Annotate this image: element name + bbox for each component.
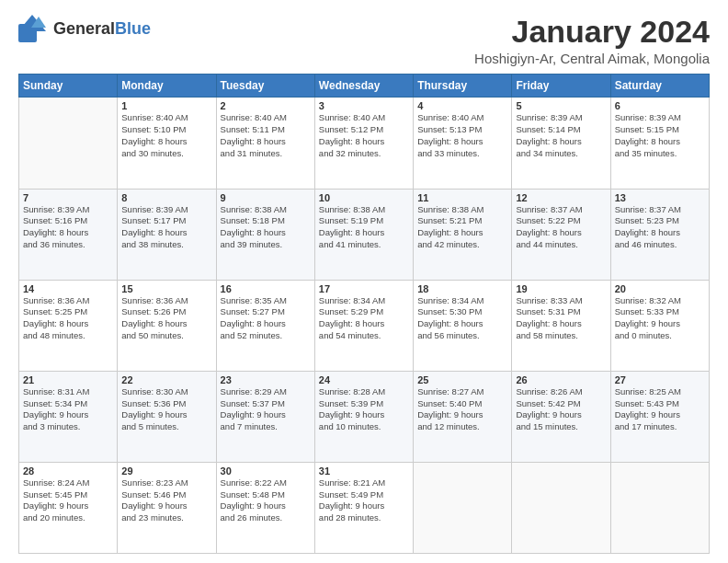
calendar-week-row: 28Sunrise: 8:24 AM Sunset: 5:45 PM Dayli… [19, 462, 710, 553]
day-number: 15 [121, 283, 211, 294]
calendar-day-cell: 17Sunrise: 8:34 AM Sunset: 5:29 PM Dayli… [314, 280, 413, 371]
logo: General Blue [18, 15, 151, 42]
calendar-day-cell: 13Sunrise: 8:37 AM Sunset: 5:23 PM Dayli… [610, 189, 709, 280]
day-number: 31 [319, 465, 409, 477]
weekday-header-cell: Friday [512, 75, 610, 98]
day-info: Sunrise: 8:38 AM Sunset: 5:19 PM Dayligh… [319, 204, 409, 251]
calendar-day-cell: 1Sunrise: 8:40 AM Sunset: 5:10 PM Daylig… [118, 98, 216, 189]
day-info: Sunrise: 8:34 AM Sunset: 5:29 PM Dayligh… [319, 295, 409, 342]
calendar-day-cell: 2Sunrise: 8:40 AM Sunset: 5:11 PM Daylig… [216, 98, 314, 189]
day-number: 24 [319, 374, 409, 385]
day-number: 28 [23, 465, 113, 477]
calendar-day-cell: 21Sunrise: 8:31 AM Sunset: 5:34 PM Dayli… [19, 371, 118, 462]
day-number: 17 [319, 283, 409, 294]
day-info: Sunrise: 8:37 AM Sunset: 5:23 PM Dayligh… [615, 204, 705, 251]
day-number: 19 [516, 283, 606, 294]
calendar-day-cell: 31Sunrise: 8:21 AM Sunset: 5:49 PM Dayli… [314, 462, 413, 553]
day-info: Sunrise: 8:31 AM Sunset: 5:34 PM Dayligh… [23, 386, 113, 433]
day-info: Sunrise: 8:35 AM Sunset: 5:27 PM Dayligh… [221, 295, 311, 342]
day-info: Sunrise: 8:40 AM Sunset: 5:13 PM Dayligh… [417, 112, 507, 159]
calendar-day-cell: 30Sunrise: 8:22 AM Sunset: 5:48 PM Dayli… [216, 462, 314, 553]
calendar-day-cell: 16Sunrise: 8:35 AM Sunset: 5:27 PM Dayli… [216, 280, 314, 371]
day-number: 11 [417, 192, 507, 203]
calendar-day-cell: 5Sunrise: 8:39 AM Sunset: 5:14 PM Daylig… [512, 98, 610, 189]
calendar-day-cell: 10Sunrise: 8:38 AM Sunset: 5:19 PM Dayli… [314, 189, 413, 280]
day-number: 14 [23, 283, 113, 294]
day-number: 12 [516, 192, 606, 203]
day-number: 30 [221, 465, 311, 477]
calendar-day-cell [512, 462, 610, 553]
calendar-subtitle: Hoshigiyn-Ar, Central Aimak, Mongolia [474, 51, 710, 66]
calendar-day-cell: 6Sunrise: 8:39 AM Sunset: 5:15 PM Daylig… [610, 98, 709, 189]
calendar-day-cell: 25Sunrise: 8:27 AM Sunset: 5:40 PM Dayli… [414, 371, 512, 462]
day-number: 26 [516, 374, 606, 385]
day-number: 6 [615, 100, 705, 111]
day-number: 23 [221, 374, 311, 385]
day-info: Sunrise: 8:36 AM Sunset: 5:25 PM Dayligh… [23, 295, 113, 342]
day-info: Sunrise: 8:40 AM Sunset: 5:12 PM Dayligh… [319, 112, 409, 159]
day-number: 5 [516, 100, 606, 111]
day-number: 27 [615, 374, 705, 385]
day-number: 7 [23, 192, 113, 203]
calendar-day-cell: 7Sunrise: 8:39 AM Sunset: 5:16 PM Daylig… [19, 189, 118, 280]
day-info: Sunrise: 8:40 AM Sunset: 5:11 PM Dayligh… [221, 112, 311, 159]
calendar-day-cell: 28Sunrise: 8:24 AM Sunset: 5:45 PM Dayli… [19, 462, 118, 553]
calendar-day-cell: 8Sunrise: 8:39 AM Sunset: 5:17 PM Daylig… [118, 189, 216, 280]
day-info: Sunrise: 8:38 AM Sunset: 5:18 PM Dayligh… [221, 204, 311, 251]
day-number: 18 [417, 283, 507, 294]
day-info: Sunrise: 8:24 AM Sunset: 5:45 PM Dayligh… [23, 477, 113, 524]
logo-area: General Blue [18, 15, 151, 42]
day-info: Sunrise: 8:23 AM Sunset: 5:46 PM Dayligh… [121, 477, 211, 524]
day-info: Sunrise: 8:39 AM Sunset: 5:16 PM Dayligh… [23, 204, 113, 251]
weekday-header-cell: Monday [118, 75, 216, 98]
day-info: Sunrise: 8:33 AM Sunset: 5:31 PM Dayligh… [516, 295, 606, 342]
calendar-day-cell: 19Sunrise: 8:33 AM Sunset: 5:31 PM Dayli… [512, 280, 610, 371]
weekday-header: SundayMondayTuesdayWednesdayThursdayFrid… [19, 75, 710, 98]
calendar-page: General Blue January 2024 Hoshigiyn-Ar, … [0, 0, 728, 563]
day-info: Sunrise: 8:21 AM Sunset: 5:49 PM Dayligh… [319, 477, 409, 524]
day-info: Sunrise: 8:39 AM Sunset: 5:15 PM Dayligh… [615, 112, 705, 159]
day-info: Sunrise: 8:32 AM Sunset: 5:33 PM Dayligh… [615, 295, 705, 342]
calendar-day-cell: 3Sunrise: 8:40 AM Sunset: 5:12 PM Daylig… [314, 98, 413, 189]
calendar-day-cell: 20Sunrise: 8:32 AM Sunset: 5:33 PM Dayli… [610, 280, 709, 371]
title-area: January 2024 Hoshigiyn-Ar, Central Aimak… [474, 15, 710, 66]
day-number: 29 [121, 465, 211, 477]
day-info: Sunrise: 8:39 AM Sunset: 5:14 PM Dayligh… [516, 112, 606, 159]
day-number: 20 [615, 283, 705, 294]
day-info: Sunrise: 8:26 AM Sunset: 5:42 PM Dayligh… [516, 386, 606, 433]
weekday-header-cell: Thursday [414, 75, 512, 98]
day-number: 10 [319, 192, 409, 203]
day-info: Sunrise: 8:25 AM Sunset: 5:43 PM Dayligh… [615, 386, 705, 433]
calendar-day-cell: 22Sunrise: 8:30 AM Sunset: 5:36 PM Dayli… [118, 371, 216, 462]
logo-icon [18, 15, 46, 42]
day-info: Sunrise: 8:37 AM Sunset: 5:22 PM Dayligh… [516, 204, 606, 251]
calendar-week-row: 1Sunrise: 8:40 AM Sunset: 5:10 PM Daylig… [19, 98, 710, 189]
day-number: 25 [417, 374, 507, 385]
day-number: 3 [319, 100, 409, 111]
calendar-day-cell [414, 462, 512, 553]
day-number: 22 [121, 374, 211, 385]
day-number: 8 [121, 192, 211, 203]
day-info: Sunrise: 8:28 AM Sunset: 5:39 PM Dayligh… [319, 386, 409, 433]
day-info: Sunrise: 8:34 AM Sunset: 5:30 PM Dayligh… [417, 295, 507, 342]
day-number: 9 [221, 192, 311, 203]
calendar-day-cell: 18Sunrise: 8:34 AM Sunset: 5:30 PM Dayli… [414, 280, 512, 371]
calendar-week-row: 21Sunrise: 8:31 AM Sunset: 5:34 PM Dayli… [19, 371, 710, 462]
day-number: 13 [615, 192, 705, 203]
day-info: Sunrise: 8:40 AM Sunset: 5:10 PM Dayligh… [121, 112, 211, 159]
calendar-day-cell: 26Sunrise: 8:26 AM Sunset: 5:42 PM Dayli… [512, 371, 610, 462]
day-number: 4 [417, 100, 507, 111]
calendar-day-cell: 29Sunrise: 8:23 AM Sunset: 5:46 PM Dayli… [118, 462, 216, 553]
day-info: Sunrise: 8:27 AM Sunset: 5:40 PM Dayligh… [417, 386, 507, 433]
day-info: Sunrise: 8:36 AM Sunset: 5:26 PM Dayligh… [121, 295, 211, 342]
calendar-table: SundayMondayTuesdayWednesdayThursdayFrid… [18, 74, 710, 554]
calendar-day-cell: 24Sunrise: 8:28 AM Sunset: 5:39 PM Dayli… [314, 371, 413, 462]
calendar-body: 1Sunrise: 8:40 AM Sunset: 5:10 PM Daylig… [19, 98, 710, 554]
calendar-day-cell [19, 98, 118, 189]
day-number: 1 [121, 100, 211, 111]
calendar-day-cell: 23Sunrise: 8:29 AM Sunset: 5:37 PM Dayli… [216, 371, 314, 462]
day-info: Sunrise: 8:38 AM Sunset: 5:21 PM Dayligh… [417, 204, 507, 251]
calendar-day-cell: 15Sunrise: 8:36 AM Sunset: 5:26 PM Dayli… [118, 280, 216, 371]
header: General Blue January 2024 Hoshigiyn-Ar, … [18, 15, 710, 66]
calendar-title: January 2024 [474, 15, 710, 49]
